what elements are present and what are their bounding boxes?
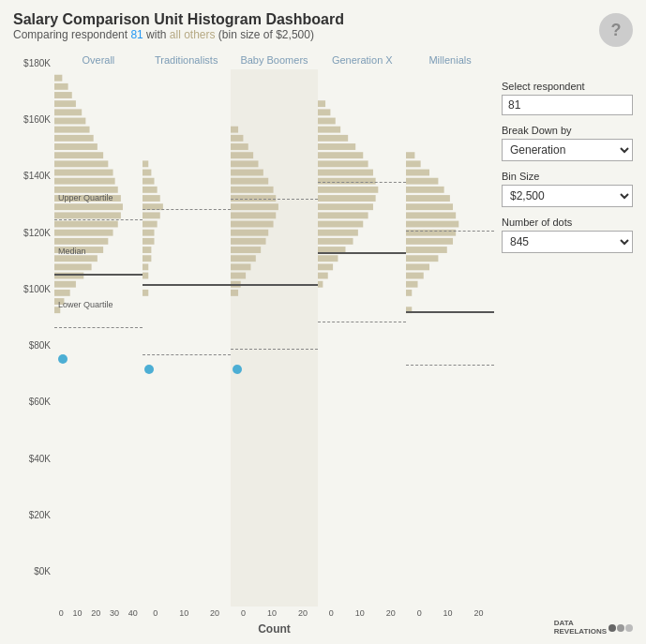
svg-rect-68 bbox=[318, 143, 355, 150]
svg-rect-11 bbox=[54, 170, 113, 176]
x-tick: 40 bbox=[128, 608, 138, 618]
mil-lower-line bbox=[406, 365, 494, 366]
watermark-box: DATAREVELATIONS bbox=[554, 620, 633, 637]
break-down-select[interactable]: Generation Age Group Department bbox=[502, 139, 633, 161]
gx-lower-line bbox=[318, 322, 406, 322]
svg-rect-84 bbox=[318, 281, 323, 288]
svg-rect-19 bbox=[54, 238, 108, 245]
page-title: Salary Comparison Unit Histogram Dashboa… bbox=[13, 11, 344, 28]
chart-area: $180K $160K $140K $120K $100K $80K $60K … bbox=[13, 54, 494, 637]
col-header-millenials: Millenials bbox=[406, 54, 494, 66]
svg-rect-72 bbox=[318, 178, 376, 185]
svg-rect-86 bbox=[406, 160, 421, 167]
svg-rect-25 bbox=[54, 290, 70, 296]
x-tick: 0 bbox=[241, 608, 246, 618]
svg-rect-38 bbox=[143, 247, 151, 253]
x-tick: 10 bbox=[73, 608, 83, 618]
svg-rect-44 bbox=[231, 135, 243, 142]
chart-columns: $180K $160K $140K $120K $100K $80K $60K … bbox=[13, 54, 494, 607]
svg-rect-65 bbox=[318, 118, 336, 125]
histogram-overall bbox=[54, 69, 143, 607]
svg-rect-45 bbox=[231, 143, 248, 150]
bin-size-label: Bin Size bbox=[502, 171, 633, 182]
watermark-dots bbox=[608, 624, 633, 632]
x-col-gx: 0 10 20 bbox=[318, 608, 406, 618]
svg-rect-50 bbox=[231, 187, 274, 193]
x-ticks-overall: 0 10 20 30 40 bbox=[54, 608, 143, 618]
svg-rect-67 bbox=[318, 135, 348, 142]
svg-rect-35 bbox=[143, 221, 158, 228]
svg-rect-39 bbox=[143, 255, 151, 262]
svg-rect-74 bbox=[318, 195, 376, 202]
svg-rect-89 bbox=[406, 187, 444, 193]
upper-quartile-line bbox=[54, 219, 143, 220]
svg-rect-55 bbox=[231, 230, 268, 236]
col-body-traditionalists bbox=[143, 69, 231, 607]
bin-size-select[interactable]: $2,500 $5,000 $10,000 bbox=[502, 185, 633, 207]
lower-quartile-label: Lower Quartile bbox=[58, 300, 113, 309]
y-axis: $180K $160K $140K $120K $100K $80K $60K … bbox=[13, 54, 54, 607]
dots-select[interactable]: 845 500 1000 bbox=[502, 231, 633, 253]
histogram-baby-boomers bbox=[231, 69, 319, 607]
svg-rect-41 bbox=[143, 273, 148, 279]
col-header-generation-x: Generation X bbox=[318, 54, 406, 66]
watermark: DATAREVELATIONS bbox=[502, 616, 633, 637]
x-axis-label: Count bbox=[258, 622, 291, 636]
sidebar-group-respondent: Select respondent bbox=[502, 81, 633, 115]
x-col-mil: 0 10 20 bbox=[406, 608, 494, 618]
col-body-millenials bbox=[406, 69, 494, 607]
x-tick: 0 bbox=[59, 608, 64, 618]
histogram-generation-x bbox=[318, 69, 406, 607]
svg-rect-49 bbox=[231, 178, 268, 185]
svg-rect-21 bbox=[54, 255, 98, 262]
gx-median-line bbox=[318, 252, 406, 254]
help-icon[interactable]: ? bbox=[599, 13, 633, 47]
svg-rect-92 bbox=[406, 212, 456, 218]
y-label-20k: $20K bbox=[13, 510, 54, 520]
col-traditionalists: Traditionalists bbox=[143, 54, 231, 607]
x-col-bb: 0 10 20 bbox=[231, 608, 319, 618]
svg-rect-101 bbox=[406, 290, 412, 296]
x-tick: 0 bbox=[417, 608, 422, 618]
trad-lower-line bbox=[143, 354, 231, 355]
respondent-number: 81 bbox=[130, 28, 143, 41]
svg-rect-57 bbox=[231, 247, 261, 253]
svg-rect-17 bbox=[54, 221, 118, 228]
svg-rect-81 bbox=[318, 255, 338, 262]
svg-rect-69 bbox=[318, 152, 363, 158]
svg-rect-40 bbox=[143, 263, 148, 270]
svg-rect-56 bbox=[231, 238, 266, 245]
respondent-input[interactable] bbox=[502, 95, 633, 115]
y-label-60k: $60K bbox=[13, 397, 54, 407]
x-ticks-bb: 0 10 20 bbox=[231, 608, 319, 618]
svg-rect-30 bbox=[143, 178, 155, 185]
col-overall: Overall Upper Quartile Median Lower Quar… bbox=[54, 54, 143, 607]
bb-upper-line bbox=[231, 199, 319, 200]
trad-upper-line bbox=[143, 209, 231, 210]
respondent-dot-overall bbox=[58, 354, 68, 364]
x-tick: 10 bbox=[179, 608, 188, 618]
svg-rect-18 bbox=[54, 230, 113, 236]
svg-rect-70 bbox=[318, 160, 368, 167]
svg-rect-32 bbox=[143, 195, 160, 202]
svg-rect-79 bbox=[318, 238, 353, 245]
svg-rect-77 bbox=[318, 221, 363, 228]
svg-rect-48 bbox=[231, 170, 263, 176]
x-ticks-mil: 0 10 20 bbox=[406, 608, 494, 618]
x-tick: 10 bbox=[267, 608, 277, 618]
x-ticks-gx: 0 10 20 bbox=[318, 608, 406, 618]
x-tick: 20 bbox=[298, 608, 308, 618]
svg-rect-2 bbox=[54, 92, 72, 98]
svg-rect-22 bbox=[54, 263, 92, 270]
col-generation-x: Generation X bbox=[318, 54, 406, 607]
svg-rect-47 bbox=[231, 160, 258, 167]
svg-rect-78 bbox=[318, 230, 358, 236]
svg-rect-83 bbox=[318, 273, 328, 279]
mil-median-line bbox=[406, 311, 494, 313]
svg-rect-28 bbox=[143, 160, 148, 167]
histogram-traditionalists bbox=[143, 69, 231, 607]
x-tick: 10 bbox=[443, 608, 453, 618]
col-header-baby-boomers: Baby Boomers bbox=[231, 54, 319, 66]
svg-rect-15 bbox=[54, 203, 123, 210]
svg-rect-82 bbox=[318, 263, 333, 270]
